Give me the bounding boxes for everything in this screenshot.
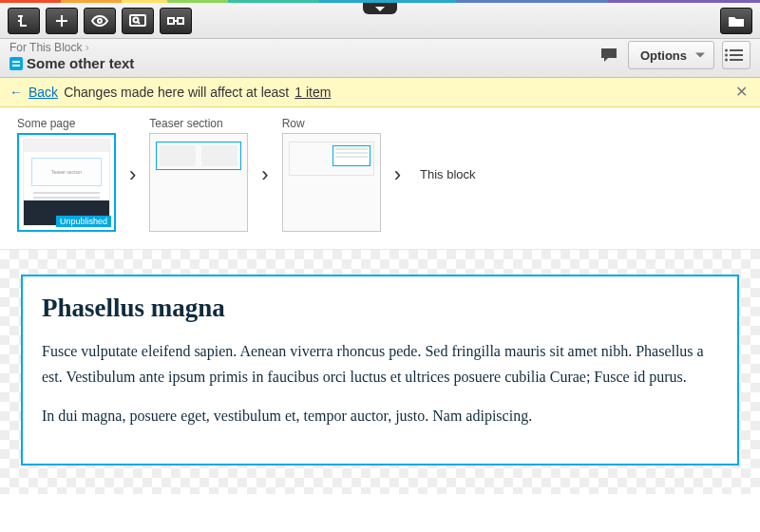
chevron-right-icon: › <box>125 162 140 187</box>
breadcrumb-context[interactable]: For This Block <box>10 41 598 54</box>
assets-button[interactable] <box>720 8 752 34</box>
properties-button[interactable] <box>722 41 750 69</box>
affected-items-link[interactable]: 1 item <box>294 85 331 100</box>
pull-tab-icon[interactable] <box>363 3 397 14</box>
content-paragraph: In dui magna, posuere eget, vestibulum e… <box>42 403 718 428</box>
close-icon[interactable]: ✕ <box>732 85 750 100</box>
trail-current: This block <box>414 167 476 181</box>
main-toolbar <box>0 3 760 39</box>
trail-label: Row <box>282 117 381 130</box>
content-block-icon <box>10 57 23 70</box>
warning-bar: ← Back Changes made here will affect at … <box>0 78 760 107</box>
back-link[interactable]: Back <box>28 85 58 100</box>
content-heading: Phasellus magna <box>42 294 718 323</box>
page-title: Some other text <box>27 55 134 71</box>
compare-button[interactable] <box>160 8 192 34</box>
trail-thumb-row[interactable] <box>282 133 381 232</box>
warning-text: Changes made here will affect at least <box>64 85 289 100</box>
comments-button[interactable] <box>598 44 620 66</box>
editor-canvas: Phasellus magna Fusce vulputate eleifend… <box>0 250 760 494</box>
preview-button[interactable] <box>84 8 116 34</box>
trail-thumb-section[interactable] <box>149 133 248 232</box>
content-paragraph: Fusce vulputate eleifend sapien. Aenean … <box>42 338 718 390</box>
breadcrumb: For This Block Some other text <box>10 41 598 71</box>
chevron-right-icon: › <box>257 162 272 187</box>
svg-rect-3 <box>168 18 174 24</box>
content-trail: Some page Teaser section Unpublished › T… <box>0 107 760 250</box>
trail-thumb-page[interactable]: Teaser section Unpublished <box>17 133 116 232</box>
search-button[interactable] <box>122 8 154 34</box>
tree-button[interactable] <box>8 8 40 34</box>
svg-point-2 <box>134 18 139 23</box>
add-button[interactable] <box>46 8 78 34</box>
trail-label: Teaser section <box>149 117 248 130</box>
back-arrow-icon: ← <box>10 85 23 100</box>
svg-rect-4 <box>178 18 183 24</box>
header-row: For This Block Some other text Options <box>0 39 760 78</box>
trail-label: Some page <box>17 117 116 130</box>
content-block[interactable]: Phasellus magna Fusce vulputate eleifend… <box>21 275 739 466</box>
unpublished-badge: Unpublished <box>56 216 111 227</box>
options-button[interactable]: Options <box>628 41 714 69</box>
chevron-right-icon: › <box>390 162 405 187</box>
svg-point-0 <box>98 19 102 23</box>
